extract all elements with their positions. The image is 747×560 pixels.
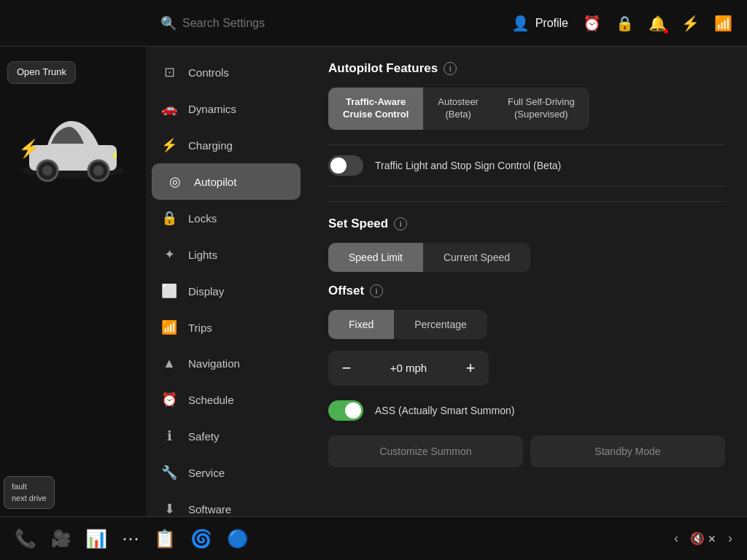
sidebar-label-controls: Controls bbox=[188, 66, 229, 79]
safety-icon: ℹ bbox=[160, 428, 178, 444]
tab-tacc[interactable]: Traffic-Aware Cruise Control bbox=[328, 88, 423, 130]
sidebar-item-locks[interactable]: 🔒 Locks bbox=[146, 200, 306, 236]
schedule-icon: ⏰ bbox=[160, 392, 178, 408]
mute-icon: 🔇 bbox=[690, 532, 705, 545]
set-speed-label: Set Speed bbox=[328, 217, 388, 231]
lock-icon[interactable]: 🔒 bbox=[616, 15, 634, 32]
sidebar-item-software[interactable]: ⬇ Software bbox=[146, 491, 306, 516]
sidebar-label-trips: Trips bbox=[188, 322, 212, 334]
taskbar: 📞 🎥 📊 ⋯ 📋 🌀 🔵 ‹ 🔇 ✕ › bbox=[0, 516, 747, 560]
svg-point-3 bbox=[42, 166, 53, 176]
bell-icon[interactable]: 🔔 bbox=[649, 15, 667, 31]
set-speed-section: Set Speed i bbox=[328, 217, 725, 231]
sidebar-label-navigation: Navigation bbox=[188, 357, 240, 370]
profile-label: Profile bbox=[535, 17, 568, 30]
sidebar-item-trips[interactable]: 📶 Trips bbox=[146, 309, 306, 346]
profile-button[interactable]: 👤 Profile bbox=[511, 15, 568, 32]
fault-line2: next drive bbox=[12, 493, 47, 504]
autopilot-icon: ◎ bbox=[166, 174, 184, 190]
alarm-icon[interactable]: ⏰ bbox=[583, 15, 601, 32]
wifi-icon[interactable]: 📶 bbox=[714, 15, 732, 32]
tab-autosteer[interactable]: Autosteer (Beta) bbox=[423, 88, 493, 130]
bell-container: 🔔 bbox=[649, 15, 667, 32]
sidebar-item-service[interactable]: 🔧 Service bbox=[146, 454, 306, 491]
search-input[interactable] bbox=[182, 17, 328, 30]
toggle-knob bbox=[330, 158, 347, 174]
summon-row: Customize Summon Standby Mode bbox=[328, 435, 725, 467]
sidebar-label-lights: Lights bbox=[188, 249, 217, 261]
sidebar-item-charging[interactable]: ⚡ Charging bbox=[146, 127, 306, 163]
sidebar-label-charging: Charging bbox=[188, 139, 233, 152]
sidebar-item-autopilot[interactable]: ◎ Autopilot bbox=[152, 163, 301, 200]
controls-icon: ⊡ bbox=[160, 64, 178, 80]
stats-icon[interactable]: 📊 bbox=[85, 529, 107, 549]
back-arrow[interactable]: ‹ bbox=[674, 531, 678, 546]
sidebar-label-locks: Locks bbox=[188, 212, 217, 225]
autopilot-features-section: Autopilot Features i bbox=[328, 61, 725, 76]
sidebar-item-schedule[interactable]: ⏰ Schedule bbox=[146, 381, 306, 418]
offset-option-group: Fixed Percentage bbox=[328, 310, 725, 339]
offset-section: Offset i bbox=[328, 284, 725, 298]
sidebar-label-display: Display bbox=[188, 285, 224, 298]
sidebar-label-service: Service bbox=[188, 467, 225, 479]
dots-icon[interactable]: ⋯ bbox=[122, 529, 139, 549]
calendar-icon[interactable]: 📋 bbox=[154, 529, 176, 549]
sidebar-item-dynamics[interactable]: 🚗 Dynamics bbox=[146, 90, 306, 127]
speed-limit-btn[interactable]: Speed Limit bbox=[328, 243, 423, 272]
fixed-btn[interactable]: Fixed bbox=[328, 310, 394, 339]
charging-bolt-icon: ⚡ bbox=[18, 139, 40, 159]
sidebar-label-dynamics: Dynamics bbox=[188, 103, 236, 115]
traffic-light-row: Traffic Light and Stop Sign Control (Bet… bbox=[328, 144, 725, 187]
percentage-btn[interactable]: Percentage bbox=[394, 310, 487, 339]
charging-icon: ⚡ bbox=[160, 137, 178, 153]
main-content: Autopilot Features i Traffic-Aware Cruis… bbox=[306, 47, 747, 516]
mute-x: ✕ bbox=[708, 533, 716, 545]
phone-icon[interactable]: 📞 bbox=[15, 529, 36, 549]
ass-row: ASS (Actually Smart Summon) bbox=[328, 400, 725, 421]
sidebar-item-safety[interactable]: ℹ Safety bbox=[146, 418, 306, 454]
autopilot-features-label: Autopilot Features bbox=[328, 61, 438, 76]
autopilot-features-info-icon[interactable]: i bbox=[444, 62, 457, 75]
offset-info-icon[interactable]: i bbox=[370, 284, 383, 298]
sidebar-item-display[interactable]: ⬜ Display bbox=[146, 273, 306, 309]
top-bar: 🔍 👤 Profile ⏰ 🔒 🔔 ⚡ 📶 bbox=[0, 0, 747, 47]
traffic-light-toggle[interactable] bbox=[328, 155, 363, 176]
car-image: ⚡ bbox=[15, 105, 131, 192]
autopilot-tab-group: Traffic-Aware Cruise Control Autosteer (… bbox=[328, 88, 725, 130]
svg-point-5 bbox=[93, 166, 104, 176]
sidebar-item-lights[interactable]: ✦ Lights bbox=[146, 236, 306, 273]
bluetooth-taskbar-icon[interactable]: 🔵 bbox=[227, 529, 249, 549]
set-speed-info-icon[interactable]: i bbox=[394, 217, 407, 230]
ass-toggle[interactable] bbox=[328, 400, 363, 421]
software-icon: ⬇ bbox=[160, 501, 178, 516]
display-icon: ⬜ bbox=[160, 283, 178, 299]
fan-icon[interactable]: 🌀 bbox=[190, 529, 212, 549]
current-speed-btn[interactable]: Current Speed bbox=[423, 243, 530, 272]
profile-icon: 👤 bbox=[511, 15, 530, 32]
sidebar-label-autopilot: Autopilot bbox=[194, 176, 236, 188]
stepper-minus-btn[interactable]: − bbox=[328, 351, 365, 386]
sidebar-label-schedule: Schedule bbox=[188, 394, 234, 406]
speed-option-group: Speed Limit Current Speed bbox=[328, 243, 725, 272]
top-right-icons: 👤 Profile ⏰ 🔒 🔔 ⚡ 📶 bbox=[511, 15, 732, 32]
ass-label: ASS (Actually Smart Summon) bbox=[375, 405, 514, 416]
bluetooth-icon[interactable]: ⚡ bbox=[681, 15, 700, 32]
stepper-value: +0 mph bbox=[365, 362, 452, 374]
open-trunk-button[interactable]: Open Trunk bbox=[7, 61, 76, 84]
traffic-light-label: Traffic Light and Stop Sign Control (Bet… bbox=[375, 160, 561, 171]
sidebar-item-controls[interactable]: ⊡ Controls bbox=[146, 54, 306, 90]
stepper-plus-btn[interactable]: + bbox=[452, 351, 489, 386]
offset-stepper: − +0 mph + bbox=[328, 351, 489, 386]
dynamics-icon: 🚗 bbox=[160, 101, 178, 117]
forward-arrow[interactable]: › bbox=[728, 531, 732, 546]
tab-fsd[interactable]: Full Self-Driving (Supervised) bbox=[493, 88, 589, 130]
ass-toggle-knob bbox=[345, 402, 361, 419]
sidebar-item-navigation[interactable]: ▲ Navigation bbox=[146, 346, 306, 381]
standby-mode-btn[interactable]: Standby Mode bbox=[530, 435, 725, 467]
camera-icon[interactable]: 🎥 bbox=[51, 529, 71, 548]
customize-summon-btn[interactable]: Customize Summon bbox=[328, 435, 523, 467]
search-area[interactable]: 🔍 bbox=[160, 15, 328, 31]
fault-badge: fault next drive bbox=[4, 476, 55, 509]
sidebar: ⊡ Controls 🚗 Dynamics ⚡ Charging ◎ Autop… bbox=[146, 47, 306, 516]
mute-button[interactable]: 🔇 ✕ bbox=[690, 532, 716, 545]
